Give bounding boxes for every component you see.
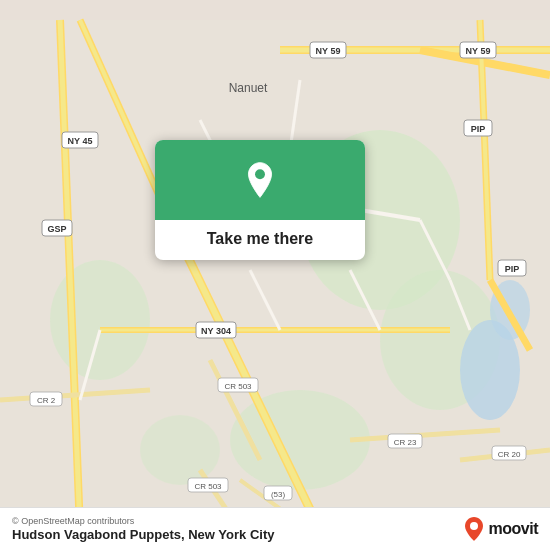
map-container: NY 45 NY 59 NY 59 GSP PIP PIP NY 304 CR … [0,0,550,550]
svg-text:CR 503: CR 503 [224,382,252,391]
svg-text:PIP: PIP [471,124,486,134]
bottom-left: © OpenStreetMap contributors Hudson Vaga… [12,516,274,542]
svg-point-3 [50,260,150,380]
svg-point-64 [255,169,265,179]
svg-text:(53): (53) [271,490,286,499]
take-me-there-button[interactable]: Take me there [155,220,365,260]
svg-point-65 [470,522,478,530]
moovit-brand-text: moovit [489,520,538,538]
bottom-bar: © OpenStreetMap contributors Hudson Vaga… [0,507,550,550]
svg-text:NY 304: NY 304 [201,326,231,336]
moovit-logo: moovit [463,516,538,542]
svg-text:CR 503: CR 503 [194,482,222,491]
svg-text:CR 20: CR 20 [498,450,521,459]
svg-text:PIP: PIP [505,264,520,274]
svg-text:NY 45: NY 45 [68,136,93,146]
copyright-text: © OpenStreetMap contributors [12,516,274,526]
svg-text:Nanuet: Nanuet [229,81,268,95]
moovit-pin-icon [463,516,485,542]
map-background: NY 45 NY 59 NY 59 GSP PIP PIP NY 304 CR … [0,0,550,550]
svg-text:NY 59: NY 59 [316,46,341,56]
place-name: Hudson Vagabond Puppets, New York City [12,527,274,542]
svg-point-5 [140,415,220,485]
popup-header [155,140,365,220]
svg-text:NY 59: NY 59 [466,46,491,56]
popup[interactable]: Take me there [155,140,365,260]
location-pin-icon [241,161,279,199]
svg-text:CR 23: CR 23 [394,438,417,447]
svg-text:CR 2: CR 2 [37,396,56,405]
svg-text:GSP: GSP [47,224,66,234]
